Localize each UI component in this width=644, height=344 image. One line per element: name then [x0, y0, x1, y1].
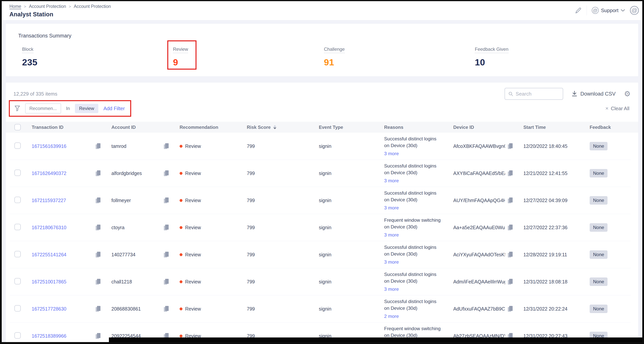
pen-icon[interactable]	[574, 7, 582, 14]
transaction-id-link[interactable]: 1672255141264	[32, 252, 66, 257]
copy-icon[interactable]	[164, 251, 169, 258]
account-id: 20868830861	[112, 306, 141, 312]
event-type: signin	[311, 170, 376, 176]
table-row: 1671626490372 alfordgbridges Review 799 …	[10, 160, 630, 187]
bottom-black-bar	[109, 337, 642, 342]
metric-label[interactable]: Review	[173, 47, 188, 53]
more-reasons-link[interactable]: 2 more	[384, 313, 442, 320]
transaction-id-link[interactable]: 1671561639916	[32, 143, 66, 149]
more-reasons-link[interactable]: 3 more	[384, 259, 442, 266]
copy-icon[interactable]	[95, 278, 101, 285]
download-csv-button[interactable]: Download CSV	[572, 91, 616, 97]
start-time: 12/20/2022 18:40:45	[516, 143, 582, 149]
copy-icon[interactable]	[508, 224, 513, 231]
more-reasons-link[interactable]: 3 more	[384, 177, 442, 184]
select-all-checkbox[interactable]	[14, 124, 21, 130]
account-id: chall1218	[112, 279, 132, 285]
row-checkbox[interactable]	[14, 224, 21, 230]
feedback-badge: None	[590, 169, 608, 178]
avatar-icon[interactable]: @	[630, 6, 639, 15]
col-account-id[interactable]: Account ID	[104, 125, 172, 130]
row-checkbox[interactable]	[14, 278, 21, 284]
gear-icon[interactable]: ⚙	[624, 90, 630, 97]
table-header-row: Transaction ID Account ID Recommendation…	[6, 122, 638, 133]
reason-text: Successful distinct logins on Device (30…	[384, 135, 442, 149]
account-id: ctoyra	[112, 225, 124, 230]
filter-bar: Recommen... In Review Add Filter × Clear…	[14, 100, 630, 117]
transaction-id-link[interactable]: 1672518389966	[32, 333, 66, 339]
filter-field-chip[interactable]: Recommen...	[25, 103, 61, 113]
row-checkbox[interactable]	[14, 169, 21, 176]
copy-icon[interactable]	[508, 143, 513, 150]
device-id: AciYXyuFAQAAdOTesK5l...	[453, 252, 505, 257]
support-menu[interactable]: @ Support	[592, 7, 625, 14]
clear-all-label: Clear All	[611, 106, 630, 111]
divider	[586, 6, 587, 15]
copy-icon[interactable]	[508, 170, 513, 177]
col-reasons[interactable]: Reasons	[376, 125, 446, 130]
transaction-id-link[interactable]: 1672510017865	[32, 279, 66, 285]
funnel-icon[interactable]	[14, 105, 20, 111]
risk-score: 799	[239, 143, 311, 149]
col-device-id[interactable]: Device ID	[446, 125, 516, 130]
copy-icon[interactable]	[508, 251, 513, 258]
col-feedback[interactable]: Feedback	[582, 125, 630, 130]
transaction-id-link[interactable]: 1671626490372	[32, 170, 66, 176]
row-checkbox[interactable]	[14, 197, 21, 203]
breadcrumb-home[interactable]: Home	[10, 4, 21, 9]
copy-icon[interactable]	[508, 197, 513, 204]
col-recommendation[interactable]: Recommendation	[172, 125, 239, 130]
add-filter-button[interactable]: Add Filter	[103, 106, 125, 111]
col-start-time[interactable]: Start Time	[516, 125, 582, 130]
start-time: 12/21/2022 12:41:55	[516, 170, 582, 176]
copy-icon[interactable]	[95, 305, 101, 312]
table-row: 1672115937227 follmeyer Review 799 signi…	[10, 187, 630, 214]
risk-score: 799	[239, 170, 311, 176]
more-reasons-link[interactable]: 3 more	[384, 150, 442, 157]
row-checkbox[interactable]	[14, 251, 21, 257]
copy-icon[interactable]	[95, 197, 101, 204]
breadcrumb-account-protection[interactable]: Account Protection	[29, 4, 66, 9]
more-reasons-link[interactable]: 3 more	[384, 286, 442, 293]
col-risk-score[interactable]: Risk Score	[239, 125, 311, 130]
sort-icon	[273, 125, 276, 129]
recommendation: Review	[185, 198, 201, 203]
copy-icon[interactable]	[95, 143, 101, 150]
transaction-id-link[interactable]: 1672517728630	[32, 306, 66, 312]
copy-icon[interactable]	[95, 251, 101, 258]
copy-icon[interactable]	[164, 224, 169, 231]
copy-icon[interactable]	[508, 278, 513, 285]
transaction-id-link[interactable]: 1672180676310	[32, 225, 66, 230]
event-type: signin	[311, 143, 376, 149]
copy-icon[interactable]	[508, 305, 513, 312]
metric-label[interactable]: Challenge	[324, 47, 345, 53]
copy-icon[interactable]	[95, 332, 101, 339]
chevron-down-icon	[621, 9, 625, 12]
more-reasons-link[interactable]: 3 more	[384, 204, 442, 211]
col-transaction-id[interactable]: Transaction ID	[25, 125, 104, 130]
copy-icon[interactable]	[95, 224, 101, 231]
search-box[interactable]	[504, 88, 563, 100]
copy-icon[interactable]	[164, 278, 169, 285]
recommendation: Review	[185, 170, 201, 176]
row-checkbox[interactable]	[14, 332, 21, 338]
metric-label[interactable]: Feedback Given	[475, 47, 508, 53]
clear-all-button[interactable]: × Clear All	[606, 105, 630, 111]
filter-operator: In	[66, 106, 70, 111]
copy-icon[interactable]	[164, 197, 169, 204]
search-input[interactable]	[516, 91, 559, 97]
support-label: Support	[601, 8, 618, 14]
device-id: AXY8iCaFAQAAEd5/bE/l...	[453, 170, 505, 176]
more-reasons-link[interactable]: 3 more	[384, 232, 442, 238]
filter-value-chip[interactable]: Review	[75, 104, 98, 113]
copy-icon[interactable]	[95, 170, 101, 177]
breadcrumb: Home > Account Protection > Account Prot…	[10, 4, 634, 9]
transaction-id-link[interactable]: 1672115937227	[32, 198, 66, 203]
metric-label[interactable]: Block	[22, 47, 34, 53]
copy-icon[interactable]	[164, 305, 169, 312]
col-event-type[interactable]: Event Type	[311, 125, 376, 130]
row-checkbox[interactable]	[14, 142, 21, 149]
copy-icon[interactable]	[164, 143, 169, 150]
copy-icon[interactable]	[164, 170, 169, 177]
row-checkbox[interactable]	[14, 305, 21, 311]
